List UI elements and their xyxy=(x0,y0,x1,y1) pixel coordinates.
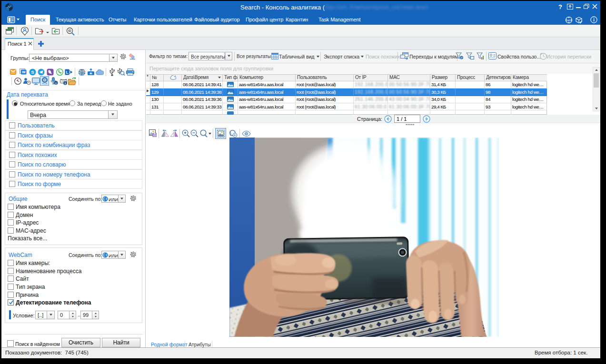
svg-text:i: i xyxy=(56,81,57,85)
svg-text:ID: ID xyxy=(68,29,71,32)
svg-text:L: L xyxy=(66,70,68,75)
svg-text:FTP: FTP xyxy=(89,72,93,74)
svg-text:i: i xyxy=(65,81,66,85)
svg-text:S: S xyxy=(31,69,34,75)
svg-text:HTTP: HTTP xyxy=(79,71,85,74)
svg-text:IM: IM xyxy=(22,70,25,74)
svg-text:AFl: AFl xyxy=(567,19,571,21)
